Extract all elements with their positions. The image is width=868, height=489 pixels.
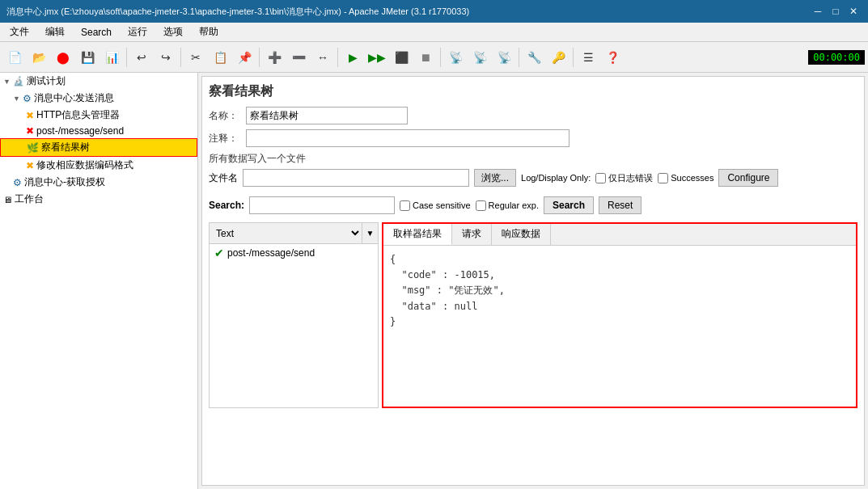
tree-expand-icon2: ▼ xyxy=(13,95,20,103)
collapse-button[interactable]: ➖ xyxy=(287,46,310,69)
menu-bar: 文件 编辑 Search 运行 选项 帮助 xyxy=(0,23,868,42)
minimize-button[interactable]: ─ xyxy=(810,3,826,19)
sep-2 xyxy=(180,48,181,67)
successes-label: Successes xyxy=(658,173,713,183)
tree-node-modify-data[interactable]: ✖ 修改相应数据编码格式 xyxy=(0,157,197,174)
stop-button[interactable]: ⬛ xyxy=(390,46,413,69)
menu-help[interactable]: 帮助 xyxy=(193,23,225,40)
chart-button[interactable]: 📊 xyxy=(100,46,123,69)
search-input[interactable] xyxy=(249,196,395,214)
tree-node-label: 修改相应数据编码格式 xyxy=(36,158,133,172)
tree-node-result-tree[interactable]: 🌿 察看结果树 xyxy=(0,138,197,157)
sep-5 xyxy=(440,48,441,67)
dropdown-arrow[interactable]: ▼ xyxy=(362,223,378,243)
tab-request[interactable]: 请求 xyxy=(452,224,492,245)
stop-red-button[interactable]: ⬤ xyxy=(52,46,74,69)
redo-button[interactable]: ↪ xyxy=(155,46,177,69)
test-plan-icon: 🔬 xyxy=(13,76,24,86)
result-item-label: post-/message/send xyxy=(227,247,315,259)
tree-node-label: 工作台 xyxy=(15,192,44,206)
new-button[interactable]: 📄 xyxy=(3,46,26,69)
errors-only-label: 仅日志错误 xyxy=(595,172,653,184)
comment-input[interactable] xyxy=(246,129,569,147)
stop-all-button[interactable]: ⏹ xyxy=(414,46,437,69)
open-button[interactable]: 📂 xyxy=(28,46,50,69)
cut-button[interactable]: ✂ xyxy=(184,46,207,69)
menu-run[interactable]: 运行 xyxy=(121,23,154,40)
menu-options[interactable]: 选项 xyxy=(157,23,189,40)
result-item-post-msg[interactable]: ✔ post-/message/send xyxy=(210,244,378,262)
msg-auth-icon: ⚙ xyxy=(13,177,22,188)
remote3-button[interactable]: 📡 xyxy=(493,46,515,69)
play-all-button[interactable]: ▶▶ xyxy=(366,46,388,69)
response-line-1: { xyxy=(390,252,849,268)
sep-3 xyxy=(259,48,260,67)
tree-node-label: 消息中心:发送消息 xyxy=(34,91,114,105)
maximize-button[interactable]: □ xyxy=(828,3,844,19)
tree-node-label: 测试计划 xyxy=(27,74,66,88)
name-input[interactable] xyxy=(246,107,408,124)
toolbar: 📄 📂 ⬤ 💾 📊 ↩ ↪ ✂ 📋 📌 ➕ ➖ ↔ ▶ ▶▶ ⬛ ⏹ 📡 📡 📡… xyxy=(0,42,868,73)
help-button[interactable]: ❓ xyxy=(601,46,624,69)
http-header-icon: ✖ xyxy=(26,110,34,121)
response-line-3: "msg" : "凭证无效", xyxy=(390,283,849,298)
remote1-button[interactable]: 📡 xyxy=(444,46,467,69)
modify-icon: ✖ xyxy=(26,160,34,171)
title-bar: 消息中心.jmx (E:\zhouya\soft\apache-jmeter-3… xyxy=(0,0,868,23)
file-row: 文件名 浏览... Log/Display Only: 仅日志错误 Succes… xyxy=(209,169,857,187)
text-dropdown[interactable]: Text xyxy=(210,223,362,243)
sep-4 xyxy=(337,48,338,67)
sep-6 xyxy=(519,48,519,67)
play-button[interactable]: ▶ xyxy=(341,46,364,69)
tree-node-msg-send[interactable]: ▼ ⚙ 消息中心:发送消息 xyxy=(0,90,197,107)
reset-button[interactable]: Reset xyxy=(599,196,641,214)
key-button[interactable]: 🔑 xyxy=(547,46,569,69)
tree-node-http-header[interactable]: ✖ HTTP信息头管理器 xyxy=(0,107,197,124)
tree-node-workspace[interactable]: 🖥 工作台 xyxy=(0,191,197,208)
result-tree-icon: 🌿 xyxy=(27,142,39,154)
copy-button[interactable]: 📋 xyxy=(209,46,231,69)
toggle-button[interactable]: ↔ xyxy=(311,46,334,69)
tree-node-test-plan[interactable]: ▼ 🔬 测试计划 xyxy=(0,73,197,90)
tab-sampler-result[interactable]: 取样器结果 xyxy=(383,224,452,245)
split-pane: Text ▼ ✔ post-/message/send 取样器结果 请求 xyxy=(209,222,857,408)
undo-button[interactable]: ↩ xyxy=(130,46,153,69)
window-controls: ─ □ ✕ xyxy=(810,3,862,19)
close-button[interactable]: ✕ xyxy=(845,3,862,19)
expand-button[interactable]: ➕ xyxy=(263,46,286,69)
template-button[interactable]: 🔧 xyxy=(523,46,545,69)
tree-node-label: 消息中心-获取授权 xyxy=(24,175,105,189)
search-button[interactable]: Search xyxy=(544,196,594,214)
tree-node-label: HTTP信息头管理器 xyxy=(36,108,120,122)
paste-button[interactable]: 📌 xyxy=(233,46,256,69)
tree-node-post-msg[interactable]: ✖ post-/message/send xyxy=(0,124,197,138)
detail-content: { "code" : -10015, "msg" : "凭证无效", "data… xyxy=(383,246,856,407)
response-line-4: "data" : null xyxy=(390,299,849,314)
case-sensitive-label: Case sensitive xyxy=(400,200,471,211)
regular-exp-checkbox[interactable] xyxy=(476,200,486,211)
remote2-button[interactable]: 📡 xyxy=(468,46,491,69)
file-input[interactable] xyxy=(243,169,469,187)
regular-exp-label: Regular exp. xyxy=(476,200,539,211)
list-button[interactable]: ☰ xyxy=(577,46,599,69)
case-sensitive-checkbox[interactable] xyxy=(400,200,410,211)
successes-checkbox[interactable] xyxy=(658,173,668,183)
result-tree-header: Text ▼ xyxy=(210,223,378,244)
comment-label: 注释： xyxy=(209,132,241,145)
menu-search[interactable]: Search xyxy=(74,25,118,40)
tree-node-msg-auth[interactable]: ⚙ 消息中心-获取授权 xyxy=(0,174,197,191)
sep-1 xyxy=(126,48,127,67)
sep-7 xyxy=(573,48,574,67)
errors-only-checkbox[interactable] xyxy=(595,173,606,183)
menu-file[interactable]: 文件 xyxy=(3,23,36,40)
configure-button[interactable]: Configure xyxy=(718,169,778,187)
panel-title: 察看结果树 xyxy=(209,83,857,100)
comment-row: 注释： xyxy=(209,129,857,147)
msg-send-icon: ⚙ xyxy=(23,93,32,104)
save-button[interactable]: 💾 xyxy=(76,46,99,69)
menu-edit[interactable]: 编辑 xyxy=(39,23,71,40)
browse-button[interactable]: 浏览... xyxy=(474,169,516,187)
tab-response-data[interactable]: 响应数据 xyxy=(492,224,551,245)
name-label: 名称： xyxy=(209,109,241,123)
log-options: Log/Display Only: 仅日志错误 Successes Config… xyxy=(521,169,778,187)
